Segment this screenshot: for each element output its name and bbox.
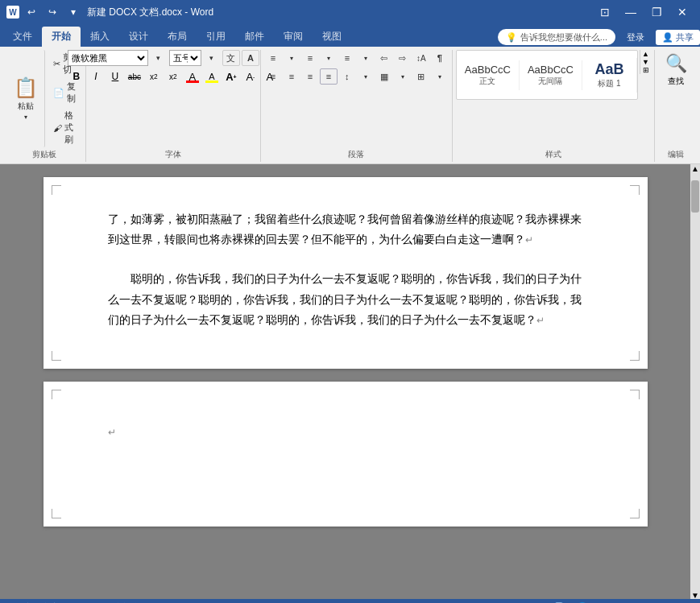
share-button[interactable]: 👤 共享	[656, 30, 700, 45]
show-marks-button[interactable]: ¶	[431, 50, 449, 66]
styles-gallery: AaBbCcC 正文 AaBbCcC 无间隔 AaB 标题 1	[456, 50, 638, 100]
undo-button[interactable]: ↩	[23, 3, 40, 21]
find-label: 查找	[668, 76, 684, 87]
pilcrow-1: ↵	[525, 234, 533, 246]
scrollbar-right[interactable]: ▲ ▼	[690, 164, 700, 599]
app-icon: W	[6, 6, 19, 19]
ribbon-tabs: 文件 开始 插入 设计 布局 引用 邮件 审阅 视图 💡 告诉我您想要做什么..…	[0, 24, 700, 47]
highlight-button[interactable]: A	[203, 68, 221, 85]
close-button[interactable]: ✕	[671, 3, 694, 21]
redo-button[interactable]: ↪	[43, 3, 61, 21]
font-name-expand[interactable]: ▾	[150, 50, 168, 66]
font-name-select[interactable]: 微软雅黑	[68, 50, 148, 66]
sort-button[interactable]: ↕A	[412, 50, 430, 66]
style-heading1[interactable]: AaB 标题 1	[582, 58, 637, 93]
scroll-down-button[interactable]: ▼	[691, 591, 699, 599]
tab-view[interactable]: 视图	[313, 27, 351, 47]
multilevel-button[interactable]: ≡	[338, 50, 356, 66]
grow-font-button[interactable]: A+	[222, 68, 240, 85]
styles-expand[interactable]: ⊞	[640, 66, 651, 74]
font-color-button[interactable]: A	[184, 68, 201, 85]
lightbulb-icon: 💡	[506, 32, 517, 43]
search-icon: 🔍	[665, 53, 687, 74]
share-label: 共享	[676, 31, 694, 43]
paste-label: 粘贴	[18, 101, 34, 112]
tab-design[interactable]: 设计	[119, 27, 158, 47]
italic-button[interactable]: I	[87, 68, 105, 85]
window-mode-button[interactable]: ⊡	[594, 3, 616, 21]
ribbon-toolbar: 📋 粘贴 ▾ ✂ 剪切 📄 复制 🖌 格式刷 剪贴板	[0, 47, 700, 164]
tab-layout[interactable]: 布局	[158, 27, 197, 47]
paste-button[interactable]: 📋 粘贴 ▾	[6, 50, 45, 147]
style-normal-preview: AaBbCcC	[465, 64, 511, 76]
underline-button[interactable]: U	[106, 68, 124, 85]
align-center-button[interactable]: ≡	[283, 68, 300, 85]
tab-home[interactable]: 开始	[42, 27, 81, 47]
editing-label: 编辑	[668, 147, 684, 162]
style-normal[interactable]: AaBbCcC 正文	[457, 60, 520, 90]
paragraph-1-text: 了，如薄雾，被初阳蒸融了；我留着些什么痕迹呢？我何曾留着像游丝样的痕迹呢？我赤裸…	[108, 213, 582, 246]
paragraph-2-text: 聪明的，你告诉我，我们的日子为什么一去不复返呢？聪明的，你告诉我，我们的日子为什…	[108, 273, 582, 325]
tab-insert[interactable]: 插入	[81, 27, 119, 47]
clipboard-label: 剪贴板	[32, 147, 56, 162]
page-2-cursor[interactable]: ↵	[108, 414, 583, 442]
scroll-up-button[interactable]: ▲	[691, 164, 699, 172]
multilevel-dropdown[interactable]: ▾	[357, 50, 375, 66]
shading-dropdown[interactable]: ▾	[394, 68, 412, 85]
paste-icon: 📋	[14, 76, 38, 99]
align-left-button[interactable]: ≡	[264, 68, 282, 85]
styles-scroll-down[interactable]: ▼	[640, 58, 651, 66]
tell-me-box[interactable]: 💡 告诉我您想要做什么...	[498, 29, 615, 45]
font-size-expand[interactable]: ▾	[203, 50, 221, 66]
find-button[interactable]: 🔍 查找	[658, 50, 694, 90]
format-painter-icon: 🖌	[53, 123, 62, 133]
paragraph-2[interactable]: 聪明的，你告诉我，我们的日子为什么一去不复返呢？聪明的，你告诉我，我们的日子为什…	[108, 269, 583, 330]
tell-me-text: 告诉我您想要做什么...	[520, 31, 607, 43]
increase-indent-button[interactable]: ⇨	[394, 50, 412, 66]
styles-scroll[interactable]: ▲ ▼ ⊞	[640, 50, 651, 74]
minimize-button[interactable]: —	[619, 3, 642, 21]
strikethrough-button[interactable]: abc	[126, 68, 143, 85]
borders-button[interactable]: ⊞	[412, 68, 430, 85]
line-spacing-dropdown[interactable]: ▾	[357, 68, 375, 85]
tab-file[interactable]: 文件	[3, 27, 42, 47]
corner-br-p1	[630, 351, 640, 361]
tab-references[interactable]: 引用	[197, 27, 235, 47]
tab-review[interactable]: 审阅	[274, 27, 313, 47]
numbering-button[interactable]: ≡	[301, 50, 319, 66]
numbering-dropdown[interactable]: ▾	[320, 50, 338, 66]
styles-scroll-up[interactable]: ▲	[640, 50, 651, 58]
styles-content: AaBbCcC 正文 AaBbCcC 无间隔 AaB 标题 1 ▲ ▼ ⊞	[456, 50, 651, 147]
bullets-button[interactable]: ≡	[264, 50, 282, 66]
tab-mailings[interactable]: 邮件	[235, 27, 274, 47]
bold-button[interactable]: B	[68, 68, 85, 85]
shrink-font-button[interactable]: A-	[242, 68, 259, 85]
window-title: 新建 DOCX 文档.docx - Word	[87, 6, 213, 19]
all-caps-button[interactable]: A	[242, 50, 259, 66]
subscript-button[interactable]: x2	[145, 68, 163, 85]
borders-dropdown[interactable]: ▾	[431, 68, 449, 85]
login-button[interactable]: 登录	[622, 30, 649, 45]
decrease-indent-button[interactable]: ⇦	[375, 50, 393, 66]
font-label: 字体	[165, 147, 181, 162]
line-spacing-button[interactable]: ↕	[338, 68, 356, 85]
editing-content: 🔍 查找	[658, 50, 694, 147]
document-area: 了，如薄雾，被初阳蒸融了；我留着些什么痕迹呢？我何曾留着像游丝样的痕迹呢？我赤裸…	[0, 164, 700, 599]
highlight-indicator	[205, 81, 218, 83]
corner-bl-p2	[52, 509, 61, 518]
font-size-select[interactable]: 五号	[169, 50, 201, 66]
style-no-spacing[interactable]: AaBbCcC 无间隔	[520, 60, 582, 90]
bullets-dropdown[interactable]: ▾	[283, 50, 300, 66]
corner-tl-p2	[52, 390, 61, 399]
superscript-button[interactable]: x2	[164, 68, 182, 85]
paragraph-1[interactable]: 了，如薄雾，被初阳蒸融了；我留着些什么痕迹呢？我何曾留着像游丝样的痕迹呢？我赤裸…	[108, 209, 583, 250]
text-options-button[interactable]: 文	[222, 50, 240, 66]
align-right-button[interactable]: ≡	[301, 68, 319, 85]
font-row-1: 微软雅黑 ▾ 五号 ▾ 文 A	[68, 50, 259, 66]
justify-button[interactable]: ≡	[320, 68, 338, 85]
shading-button[interactable]: ▦	[375, 68, 393, 85]
quick-access-toolbar: W ↩ ↪ ▾	[6, 3, 82, 21]
restore-button[interactable]: ❐	[645, 3, 668, 21]
scroll-thumb[interactable]	[691, 180, 699, 213]
customize-qa-button[interactable]: ▾	[64, 3, 82, 21]
